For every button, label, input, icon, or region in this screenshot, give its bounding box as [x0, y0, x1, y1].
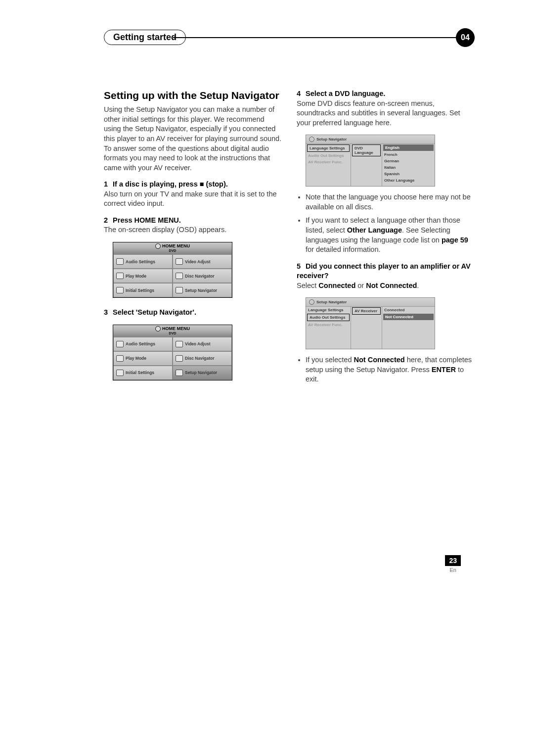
osd-cell-video-adjust: Video Adjust — [173, 337, 232, 351]
menu-item-icon — [176, 258, 183, 265]
nav-option: German — [382, 158, 435, 164]
nav-left-item: Audio Out Settings — [306, 152, 351, 159]
osd-cell-audio-settings: Audio Settings — [113, 337, 173, 351]
intro-paragraph: Using the Setup Navigator you can make a… — [104, 105, 282, 173]
dvd-icon — [155, 243, 161, 249]
nav-left-item: AV Receiver Func. — [306, 159, 351, 165]
nav-option: Other Language — [382, 177, 435, 184]
menu-item-icon — [116, 287, 124, 293]
nav-option: Italian — [382, 164, 435, 171]
menu-item-icon — [176, 355, 183, 362]
menu-item-icon — [176, 370, 183, 376]
home-menu-osd-2: HOME MENU DVD Audio SettingsVideo Adjust… — [113, 325, 232, 380]
menu-item-icon — [116, 258, 124, 265]
note-item: If you selected Not Connected here, that… — [306, 355, 475, 384]
osd-cell-disc-navigator: Disc Navigator — [173, 351, 232, 366]
nav-option: Spanish — [382, 171, 435, 177]
nav-left-item: Language Settings — [306, 307, 351, 313]
nav-left-item: AV Receiver Func. — [306, 322, 351, 328]
step-5-notes: If you selected Not Connected here, that… — [297, 355, 475, 384]
nav-option: French — [382, 151, 435, 158]
osd-cell-audio-settings: Audio Settings — [113, 254, 173, 269]
osd-cell-play-mode: Play Mode — [113, 269, 173, 283]
osd-cell-setup-navigator: Setup Navigator — [173, 366, 232, 380]
osd-cell-initial-settings: Initial Settings — [113, 366, 173, 380]
osd-cell-disc-navigator: Disc Navigator — [173, 269, 232, 283]
nav-option: English — [383, 144, 434, 151]
home-menu-osd-1: HOME MENU DVD Audio SettingsVideo Adjust… — [113, 242, 232, 298]
dvd-icon — [155, 326, 161, 331]
step-2: 2Press HOME MENU. The on-screen display … — [104, 216, 282, 235]
left-column: Setting up with the Setup Navigator Usin… — [104, 89, 282, 391]
menu-item-icon — [176, 341, 183, 347]
page-language: En — [445, 567, 461, 573]
chapter-number: 04 — [456, 28, 475, 47]
right-column: 4Select a DVD language. Some DVD discs f… — [297, 89, 475, 391]
chapter-header: Getting started 04 — [104, 30, 475, 45]
nav-icon — [309, 137, 314, 142]
osd-cell-play-mode: Play Mode — [113, 351, 173, 366]
step-4: 4Select a DVD language. Some DVD discs f… — [297, 89, 475, 128]
osd-cell-video-adjust: Video Adjust — [173, 254, 232, 269]
nav-option: Connected — [382, 307, 435, 313]
menu-item-icon — [116, 370, 124, 376]
step-1: 1If a disc is playing, press ■ (stop). A… — [104, 180, 282, 209]
note-item: If you want to select a language other t… — [306, 216, 475, 254]
menu-item-icon — [116, 273, 124, 279]
nav-left-item: Audio Out Settings — [307, 314, 350, 321]
osd-cell-initial-settings: Initial Settings — [113, 283, 173, 297]
setup-navigator-avreceiver: Setup Navigator Language SettingsAudio O… — [306, 297, 435, 349]
nav-left-item: Language Settings — [307, 144, 350, 152]
nav-option: Not Connected — [383, 314, 434, 320]
menu-item-icon — [116, 355, 124, 362]
step-4-notes: Note that the language you choose here m… — [297, 192, 475, 254]
menu-item-icon — [116, 341, 124, 347]
menu-item-icon — [176, 273, 183, 279]
step-5: 5Did you connect this player to an ampli… — [297, 262, 475, 291]
note-item: Note that the language you choose here m… — [306, 192, 475, 212]
section-heading: Setting up with the Setup Navigator — [104, 89, 282, 102]
nav-icon — [309, 299, 314, 305]
page-number: 23 — [445, 555, 461, 566]
setup-navigator-language: Setup Navigator Language SettingsAudio O… — [306, 135, 435, 187]
page-footer: 23 En — [445, 555, 461, 573]
menu-item-icon — [176, 287, 183, 293]
step-3: 3Select 'Setup Navigator'. — [104, 308, 282, 318]
osd-cell-setup-navigator: Setup Navigator — [173, 283, 232, 297]
header-rule — [173, 37, 457, 38]
